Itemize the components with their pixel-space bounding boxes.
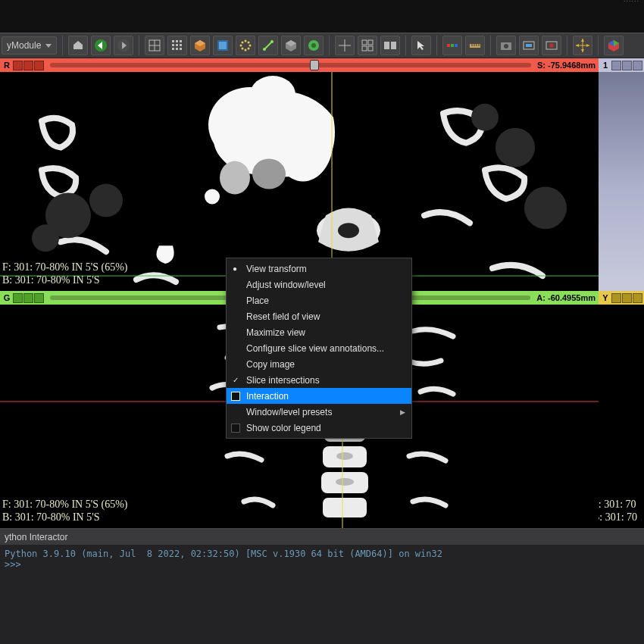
main-toolbar: yModule [0,33,644,58]
menu-item-reset-field-of-view[interactable]: Reset field of view [227,308,411,324]
scene-button[interactable] [281,36,301,55]
svg-rect-40 [368,40,373,45]
menu-item-place[interactable]: Place [227,292,411,308]
svg-rect-11 [180,40,182,42]
record-button[interactable] [542,36,561,55]
cursor-button[interactable] [411,36,431,55]
module-selector[interactable]: yModule [2,36,57,55]
toolbar-separator [567,36,567,55]
toolbar-separator [598,36,599,55]
menu-item-configure-slice-view-annotations[interactable]: Configure slice view annotations... [227,340,411,356]
red-slice-value: S: -75.9468mm [537,61,596,70]
layout-button[interactable] [145,36,164,55]
red-slice-view[interactable]: R S: -75.9468mm [0,58,599,291]
svg-point-27 [248,42,250,44]
overlay-background: B: 301: 70 [599,511,644,524]
svg-point-25 [245,49,247,52]
menu-item-adjust-window-level[interactable]: Adjust window/level [227,277,411,292]
svg-point-23 [240,45,242,47]
menu-item-view-transform[interactable]: ●View transform [227,261,411,277]
link-views-button[interactable] [358,36,377,55]
svg-rect-9 [172,40,174,42]
svg-rect-17 [180,48,182,50]
svg-point-93 [336,452,353,460]
models-button[interactable] [213,36,233,55]
module-selector-label: yModule [7,40,41,51]
svg-point-59 [549,43,554,48]
yellow-header-controls[interactable] [611,293,642,303]
capture-button[interactable] [519,36,539,55]
yellow-slice-label: Y [600,293,611,302]
svg-point-29 [248,48,250,50]
overlay-foreground: F: 301: 70-80% IN 5'S (65%) [2,498,127,511]
svg-rect-47 [451,44,454,47]
svg-point-81 [496,128,535,167]
svg-point-79 [89,183,123,217]
red-slice-header: R S: -75.9468mm [0,58,599,72]
crosshairs-tool[interactable] [573,36,592,55]
svg-point-75 [205,189,220,204]
red-overlay-text: F: 301: 70-80% IN 5'S (65%) B: 301: 70-8… [2,261,127,286]
menu-item-copy-image[interactable]: Copy image [227,356,411,372]
three-d-view[interactable]: 1 [599,58,644,291]
svg-rect-13 [176,44,178,46]
toolbar-separator [490,36,491,55]
svg-point-83 [471,104,499,131]
svg-point-80 [32,224,59,252]
svg-rect-44 [391,42,396,49]
svg-marker-65 [586,44,589,47]
svg-rect-12 [172,44,174,46]
svg-point-24 [249,45,252,47]
context-menu: ●View transformAdjust window/levelPlaceR… [226,258,412,439]
console-body[interactable]: Python 3.9.10 (main, Jul 8 2022, 02:32:5… [0,546,644,644]
yellow-slice-view[interactable]: Y F: 301: 70 B: 301: 70 [599,291,644,528]
menu-item-interaction[interactable]: Interaction [227,388,411,404]
svg-point-31 [263,48,266,51]
compare-button[interactable] [380,36,400,55]
menu-item-show-color-legend[interactable]: Show color legend [227,420,411,436]
green-slice-label: G [2,293,12,302]
ruler-button[interactable] [465,36,485,55]
three-d-label: 1 [600,61,611,70]
svg-point-74 [252,159,286,189]
svg-rect-46 [447,44,450,47]
svg-rect-0 [73,45,83,49]
chevron-down-icon [45,44,52,48]
red-slice-label: R [2,61,12,70]
svg-rect-41 [362,46,367,51]
extension-button[interactable] [604,36,624,55]
console-title: ython Interactor [0,529,644,546]
grid-button[interactable] [167,36,187,55]
green-overlay-text: F: 301: 70-80% IN 5'S (65%) B: 301: 70-8… [2,498,127,524]
red-header-controls[interactable] [13,61,44,70]
menu-item-window-level-presets[interactable]: Window/level presets▶ [227,404,411,420]
lut-button[interactable] [442,36,462,55]
svg-point-32 [270,40,274,43]
svg-point-36 [311,43,316,48]
svg-rect-43 [384,42,389,49]
volume-render-button[interactable] [190,36,210,55]
crosshair-button[interactable] [335,36,355,55]
svg-rect-57 [526,44,532,47]
forward-button[interactable] [114,36,133,55]
markups-button[interactable] [236,36,255,55]
overlay-background: B: 301: 70-80% IN 5'S [2,511,127,524]
three-d-controls[interactable] [611,61,642,70]
menu-item-maximize-view[interactable]: Maximize view [227,324,411,340]
svg-rect-21 [219,42,227,49]
toolbar-separator [405,36,406,55]
resize-grip[interactable]: :::::: [624,0,639,3]
screenshot-button[interactable] [496,36,516,55]
three-d-header: 1 [599,58,644,72]
green-header-controls[interactable] [13,293,44,303]
green-slice-value: A: -60.4955mm [536,293,596,302]
menu-item-slice-intersections[interactable]: ✓Slice intersections [227,372,411,388]
svg-point-55 [504,44,508,48]
home-button[interactable] [68,36,88,55]
back-button[interactable] [91,36,111,55]
svg-rect-10 [176,40,178,42]
svg-rect-48 [455,44,458,47]
segment-button[interactable] [304,36,324,55]
red-slice-slider[interactable] [50,63,531,67]
transforms-button[interactable] [258,36,278,55]
